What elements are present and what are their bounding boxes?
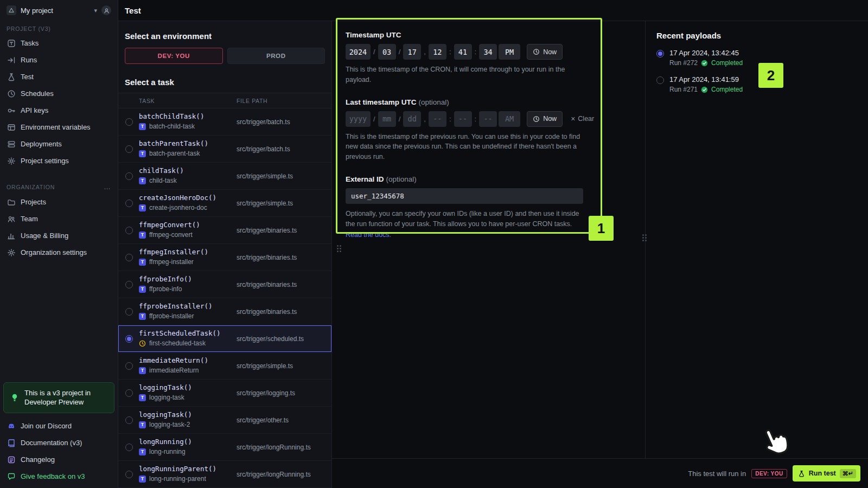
sidebar-item-api-keys[interactable]: API keys [0, 102, 118, 119]
task-row[interactable]: loggingTask() T logging-task src/trigger… [118, 380, 331, 407]
task-row[interactable]: ffprobeInfo() T ffprobe-info src/trigger… [118, 271, 331, 298]
timestamp-month-segment[interactable]: 03 [378, 44, 396, 60]
task-subtitle: T first-scheduled-task [139, 339, 237, 347]
timestamp-year-segment[interactable]: 2024 [346, 44, 371, 60]
task-row[interactable]: longRunning() T long-running src/trigger… [118, 434, 331, 461]
last-second-segment[interactable]: -- [479, 111, 497, 127]
task-slug: child-task [149, 177, 177, 184]
task-row[interactable]: childTask() T child-task src/trigger/sim… [118, 163, 331, 190]
sidebar-item-label: Tasks [21, 39, 39, 47]
task-row[interactable]: createJsonHeroDoc() T create-jsonhero-do… [118, 190, 331, 217]
env-option-prod[interactable]: PROD [227, 48, 326, 64]
project-logo [7, 5, 16, 15]
resize-handle-right[interactable] [642, 234, 647, 241]
sidebar-item-documentation[interactable]: Documentation (v3) [0, 434, 118, 451]
sidebar-item-label: Team [21, 215, 38, 223]
payload-item[interactable]: 17 Apr 2024, 13:42:45 Run #272 Completed [656, 49, 857, 67]
timestamp-minute-segment[interactable]: 41 [454, 44, 472, 60]
sidebar-item-team[interactable]: Team [0, 210, 118, 227]
sidebar-item-usage-billing[interactable]: Usage & Billing [0, 227, 118, 244]
payload-item[interactable]: 17 Apr 2024, 13:41:59 Run #271 Completed [656, 75, 857, 93]
task-row[interactable]: immediateReturn() T immediateReturn src/… [118, 352, 331, 380]
task-radio[interactable] [125, 308, 133, 316]
task-radio[interactable] [125, 227, 133, 234]
sidebar-item-projects[interactable]: Projects [0, 194, 118, 210]
task-kind-icon: T [139, 448, 146, 455]
read-docs-link[interactable]: Read the docs. [346, 230, 588, 240]
task-radio[interactable] [125, 172, 133, 180]
task-file-path: src/trigger/binaries.ts [237, 281, 297, 288]
task-radio[interactable] [125, 145, 133, 153]
book-icon [7, 439, 16, 447]
last-minute-segment[interactable]: -- [454, 111, 472, 127]
sidebar-item-environment-variables[interactable]: Environment variables [0, 119, 118, 136]
sidebar-item-test[interactable]: Test [0, 68, 118, 85]
task-kind-icon: T [139, 367, 146, 374]
task-row[interactable]: batchChildTask() T batch-child-task src/… [118, 108, 331, 136]
task-select-pane: Select an environment DEV: YOU PROD Sele… [118, 21, 332, 488]
task-radio[interactable] [125, 389, 133, 397]
project-switcher[interactable]: My project [21, 7, 53, 15]
last-meridiem-segment[interactable]: AM [499, 111, 520, 127]
task-radio[interactable] [125, 335, 133, 343]
sidebar-item-tasks[interactable]: Tasks [0, 35, 118, 52]
sidebar-item-discord[interactable]: Join our Discord [0, 418, 118, 434]
env-option-dev[interactable]: DEV: YOU [125, 48, 223, 64]
task-slug: long-running-parent [149, 475, 206, 483]
task-radio[interactable] [125, 362, 133, 370]
payload-radio[interactable] [656, 50, 664, 57]
task-subtitle: T ffmpeg-installer [139, 258, 237, 266]
org-menu-button[interactable]: … [104, 183, 111, 191]
sidebar-item-label: Usage & Billing [21, 232, 68, 240]
task-radio[interactable] [125, 444, 133, 451]
task-radio[interactable] [125, 416, 133, 424]
last-hour-segment[interactable]: -- [429, 111, 446, 127]
task-name: loggingTask() [139, 383, 237, 391]
timestamp-day-segment[interactable]: 17 [403, 44, 421, 60]
timestamp-meridiem-segment[interactable]: PM [499, 44, 520, 60]
sidebar-item-feedback[interactable]: Give feedback on v3 [0, 468, 118, 485]
timestamp-hour-segment[interactable]: 12 [429, 44, 446, 60]
sidebar-item-label: Changelog [21, 455, 55, 464]
task-row[interactable]: batchParentTask() T batch-parent-task sr… [118, 136, 331, 163]
task-row[interactable]: ffprobeInstaller() T ffprobe-installer s… [118, 298, 331, 325]
task-radio[interactable] [125, 254, 133, 261]
last-year-segment[interactable]: yyyy [346, 111, 371, 127]
payload-radio[interactable] [656, 76, 664, 84]
sidebar-item-changelog[interactable]: Changelog [0, 451, 118, 468]
task-name: childTask() [139, 166, 237, 175]
task-radio[interactable] [125, 118, 133, 126]
sidebar-item-runs[interactable]: Runs [0, 52, 118, 68]
task-radio[interactable] [125, 281, 133, 288]
timestamp-now-button[interactable]: Now [527, 44, 563, 60]
user-avatar[interactable] [101, 5, 111, 15]
task-row[interactable]: loggingTask() T logging-task-2 src/trigg… [118, 407, 331, 434]
resize-handle-left[interactable] [337, 245, 341, 252]
task-row[interactable]: longRunningParent() T long-running-paren… [118, 461, 331, 488]
task-name: loggingTask() [139, 410, 237, 419]
external-id-help: Optionally, you can specify your own IDs… [346, 209, 588, 240]
task-row[interactable]: ffmpegConvert() T ffmpeg-convert src/tri… [118, 217, 331, 244]
task-slug: ffmpeg-installer [149, 258, 194, 266]
task-radio[interactable] [125, 471, 133, 478]
external-id-input[interactable]: user_12345678 [346, 188, 583, 204]
timestamp-second-segment[interactable]: 34 [479, 44, 497, 60]
task-row[interactable]: ffmpegInstaller() T ffmpeg-installer src… [118, 244, 331, 271]
sidebar-item-schedules[interactable]: Schedules [0, 85, 118, 102]
sidebar-item-organization-settings[interactable]: Organization settings [0, 244, 118, 261]
task-radio[interactable] [125, 200, 133, 207]
last-timestamp-now-button[interactable]: Now [527, 111, 563, 127]
run-test-button[interactable]: Run test ⌘↵ [793, 465, 860, 481]
separator: / [373, 48, 375, 56]
last-day-segment[interactable]: dd [403, 111, 421, 127]
sidebar-item-deployments[interactable]: Deployments [0, 136, 118, 152]
page-title: Test [125, 6, 141, 15]
sidebar-header: My project ▾ [0, 0, 118, 21]
run-env-text: This test will run in [688, 470, 746, 478]
task-subtitle: T ffprobe-info [139, 285, 237, 293]
chevron-down-icon[interactable]: ▾ [94, 7, 97, 14]
sidebar-item-project-settings[interactable]: Project settings [0, 152, 118, 169]
last-month-segment[interactable]: mm [378, 111, 396, 127]
task-row[interactable]: firstScheduledTask() T first-scheduled-t… [118, 325, 331, 352]
clear-button[interactable]: × Clear [571, 114, 594, 123]
